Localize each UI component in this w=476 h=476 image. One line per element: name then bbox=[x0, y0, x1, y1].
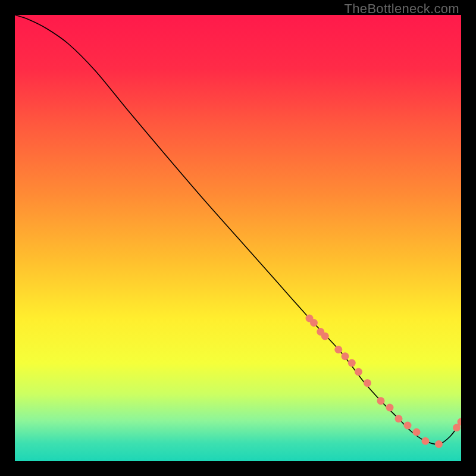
highlight-point bbox=[342, 352, 349, 360]
highlight-point bbox=[321, 333, 329, 340]
highlight-point bbox=[310, 319, 318, 327]
highlight-point bbox=[413, 428, 421, 436]
highlight-point bbox=[348, 359, 356, 367]
highlight-point bbox=[435, 440, 443, 448]
plot-area bbox=[15, 15, 461, 461]
chart-stage: TheBottleneck.com bbox=[0, 0, 476, 476]
highlight-point bbox=[386, 404, 394, 412]
highlight-point bbox=[422, 437, 430, 445]
highlight-point bbox=[404, 422, 412, 430]
highlight-points-layer bbox=[15, 15, 461, 461]
highlight-point bbox=[377, 397, 385, 405]
highlight-point bbox=[395, 415, 403, 422]
highlight-point bbox=[364, 379, 371, 387]
highlight-point bbox=[355, 368, 362, 376]
highlight-point bbox=[334, 346, 342, 353]
